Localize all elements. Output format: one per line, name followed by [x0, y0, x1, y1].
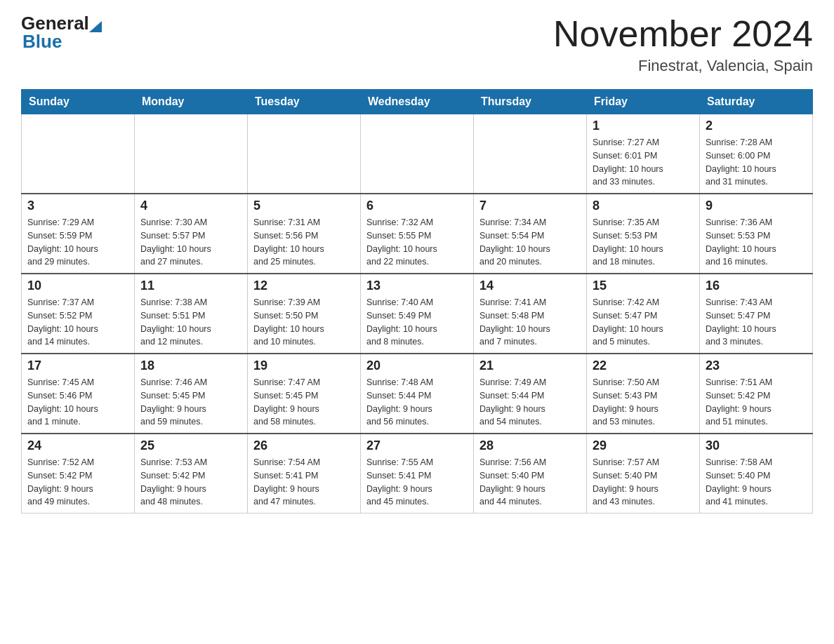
day-number: 7	[479, 199, 581, 213]
day-sun-info: Sunrise: 7:48 AMSunset: 5:44 PMDaylight:…	[366, 376, 468, 429]
calendar-day-cell: 18Sunrise: 7:46 AMSunset: 5:45 PMDayligh…	[135, 354, 248, 434]
calendar-day-cell: 27Sunrise: 7:55 AMSunset: 5:41 PMDayligh…	[361, 434, 474, 514]
calendar-day-cell: 9Sunrise: 7:36 AMSunset: 5:53 PMDaylight…	[700, 194, 813, 274]
calendar-week-row: 17Sunrise: 7:45 AMSunset: 5:46 PMDayligh…	[22, 354, 813, 434]
col-friday: Friday	[587, 90, 700, 114]
day-sun-info: Sunrise: 7:45 AMSunset: 5:46 PMDaylight:…	[27, 376, 128, 429]
calendar-day-cell: 26Sunrise: 7:54 AMSunset: 5:41 PMDayligh…	[248, 434, 361, 514]
col-monday: Monday	[135, 90, 248, 114]
calendar-day-cell: 25Sunrise: 7:53 AMSunset: 5:42 PMDayligh…	[135, 434, 248, 514]
day-sun-info: Sunrise: 7:38 AMSunset: 5:51 PMDaylight:…	[140, 296, 241, 349]
calendar-week-row: 1Sunrise: 7:27 AMSunset: 6:01 PMDaylight…	[22, 114, 813, 194]
day-number: 27	[366, 438, 468, 453]
calendar-week-row: 3Sunrise: 7:29 AMSunset: 5:59 PMDaylight…	[22, 194, 813, 274]
day-number: 18	[140, 358, 241, 373]
month-year-title: November 2024	[553, 14, 813, 54]
col-sunday: Sunday	[22, 90, 135, 114]
calendar-day-cell: 22Sunrise: 7:50 AMSunset: 5:43 PMDayligh…	[587, 354, 700, 434]
calendar-day-cell: 11Sunrise: 7:38 AMSunset: 5:51 PMDayligh…	[135, 274, 248, 354]
day-number: 25	[140, 438, 241, 453]
logo: General Blue	[21, 14, 102, 51]
day-number: 2	[706, 119, 807, 133]
day-sun-info: Sunrise: 7:39 AMSunset: 5:50 PMDaylight:…	[253, 296, 355, 349]
calendar-day-cell: 4Sunrise: 7:30 AMSunset: 5:57 PMDaylight…	[135, 194, 248, 274]
calendar-week-row: 24Sunrise: 7:52 AMSunset: 5:42 PMDayligh…	[22, 434, 813, 514]
day-sun-info: Sunrise: 7:31 AMSunset: 5:56 PMDaylight:…	[253, 216, 355, 269]
day-sun-info: Sunrise: 7:58 AMSunset: 5:40 PMDaylight:…	[706, 456, 807, 509]
day-sun-info: Sunrise: 7:30 AMSunset: 5:57 PMDaylight:…	[140, 216, 241, 269]
day-sun-info: Sunrise: 7:41 AMSunset: 5:48 PMDaylight:…	[479, 296, 581, 349]
day-number: 10	[27, 279, 128, 293]
title-section: November 2024 Finestrat, Valencia, Spain	[553, 14, 813, 75]
day-number: 6	[366, 199, 468, 213]
day-number: 23	[706, 358, 807, 373]
svg-marker-0	[89, 21, 102, 32]
day-number: 24	[27, 438, 128, 453]
calendar-day-cell: 1Sunrise: 7:27 AMSunset: 6:01 PMDaylight…	[587, 114, 700, 194]
calendar-day-cell: 6Sunrise: 7:32 AMSunset: 5:55 PMDaylight…	[361, 194, 474, 274]
calendar-day-cell: 3Sunrise: 7:29 AMSunset: 5:59 PMDaylight…	[22, 194, 135, 274]
day-sun-info: Sunrise: 7:27 AMSunset: 6:01 PMDaylight:…	[593, 136, 694, 189]
day-sun-info: Sunrise: 7:53 AMSunset: 5:42 PMDaylight:…	[140, 456, 241, 509]
day-sun-info: Sunrise: 7:28 AMSunset: 6:00 PMDaylight:…	[706, 136, 807, 189]
calendar-day-cell: 8Sunrise: 7:35 AMSunset: 5:53 PMDaylight…	[587, 194, 700, 274]
day-number: 29	[593, 438, 694, 453]
calendar-day-cell: 5Sunrise: 7:31 AMSunset: 5:56 PMDaylight…	[248, 194, 361, 274]
col-saturday: Saturday	[700, 90, 813, 114]
calendar-day-cell: 16Sunrise: 7:43 AMSunset: 5:47 PMDayligh…	[700, 274, 813, 354]
location-subtitle: Finestrat, Valencia, Spain	[553, 57, 813, 75]
day-sun-info: Sunrise: 7:46 AMSunset: 5:45 PMDaylight:…	[140, 376, 241, 429]
calendar-day-cell: 17Sunrise: 7:45 AMSunset: 5:46 PMDayligh…	[22, 354, 135, 434]
day-sun-info: Sunrise: 7:32 AMSunset: 5:55 PMDaylight:…	[366, 216, 468, 269]
calendar-day-cell: 13Sunrise: 7:40 AMSunset: 5:49 PMDayligh…	[361, 274, 474, 354]
day-sun-info: Sunrise: 7:40 AMSunset: 5:49 PMDaylight:…	[366, 296, 468, 349]
calendar-day-cell: 24Sunrise: 7:52 AMSunset: 5:42 PMDayligh…	[22, 434, 135, 514]
day-number: 11	[140, 279, 241, 293]
day-sun-info: Sunrise: 7:57 AMSunset: 5:40 PMDaylight:…	[593, 456, 694, 509]
day-number: 21	[479, 358, 581, 373]
day-sun-info: Sunrise: 7:55 AMSunset: 5:41 PMDaylight:…	[366, 456, 468, 509]
day-sun-info: Sunrise: 7:29 AMSunset: 5:59 PMDaylight:…	[27, 216, 128, 269]
calendar-table: Sunday Monday Tuesday Wednesday Thursday…	[21, 89, 813, 514]
day-sun-info: Sunrise: 7:37 AMSunset: 5:52 PMDaylight:…	[27, 296, 128, 349]
day-sun-info: Sunrise: 7:36 AMSunset: 5:53 PMDaylight:…	[706, 216, 807, 269]
day-sun-info: Sunrise: 7:35 AMSunset: 5:53 PMDaylight:…	[593, 216, 694, 269]
day-number: 3	[27, 199, 128, 213]
day-sun-info: Sunrise: 7:52 AMSunset: 5:42 PMDaylight:…	[27, 456, 128, 509]
header-row: Sunday Monday Tuesday Wednesday Thursday…	[22, 90, 813, 114]
col-wednesday: Wednesday	[361, 90, 474, 114]
calendar-day-cell: 19Sunrise: 7:47 AMSunset: 5:45 PMDayligh…	[248, 354, 361, 434]
calendar-day-cell: 15Sunrise: 7:42 AMSunset: 5:47 PMDayligh…	[587, 274, 700, 354]
logo-icon-wrap	[89, 18, 102, 32]
day-sun-info: Sunrise: 7:49 AMSunset: 5:44 PMDaylight:…	[479, 376, 581, 429]
calendar-day-cell: 29Sunrise: 7:57 AMSunset: 5:40 PMDayligh…	[587, 434, 700, 514]
day-sun-info: Sunrise: 7:54 AMSunset: 5:41 PMDaylight:…	[253, 456, 355, 509]
calendar-day-cell: 30Sunrise: 7:58 AMSunset: 5:40 PMDayligh…	[700, 434, 813, 514]
day-number: 19	[253, 358, 355, 373]
day-number: 30	[706, 438, 807, 453]
page-header: General Blue November 2024 Finestrat, Va…	[21, 14, 813, 75]
calendar-day-cell: 14Sunrise: 7:41 AMSunset: 5:48 PMDayligh…	[474, 274, 587, 354]
calendar-day-cell: 21Sunrise: 7:49 AMSunset: 5:44 PMDayligh…	[474, 354, 587, 434]
day-sun-info: Sunrise: 7:42 AMSunset: 5:47 PMDaylight:…	[593, 296, 694, 349]
day-sun-info: Sunrise: 7:51 AMSunset: 5:42 PMDaylight:…	[706, 376, 807, 429]
calendar-day-cell	[22, 114, 135, 194]
day-number: 17	[27, 358, 128, 373]
day-number: 15	[593, 279, 694, 293]
calendar-week-row: 10Sunrise: 7:37 AMSunset: 5:52 PMDayligh…	[22, 274, 813, 354]
calendar-day-cell: 2Sunrise: 7:28 AMSunset: 6:00 PMDaylight…	[700, 114, 813, 194]
day-number: 1	[593, 119, 694, 133]
day-sun-info: Sunrise: 7:47 AMSunset: 5:45 PMDaylight:…	[253, 376, 355, 429]
calendar-day-cell	[474, 114, 587, 194]
day-sun-info: Sunrise: 7:50 AMSunset: 5:43 PMDaylight:…	[593, 376, 694, 429]
calendar-day-cell: 10Sunrise: 7:37 AMSunset: 5:52 PMDayligh…	[22, 274, 135, 354]
day-number: 26	[253, 438, 355, 453]
calendar-day-cell: 20Sunrise: 7:48 AMSunset: 5:44 PMDayligh…	[361, 354, 474, 434]
col-thursday: Thursday	[474, 90, 587, 114]
day-number: 12	[253, 279, 355, 293]
day-sun-info: Sunrise: 7:56 AMSunset: 5:40 PMDaylight:…	[479, 456, 581, 509]
day-number: 20	[366, 358, 468, 373]
day-number: 5	[253, 199, 355, 213]
calendar-day-cell: 28Sunrise: 7:56 AMSunset: 5:40 PMDayligh…	[474, 434, 587, 514]
calendar-day-cell	[361, 114, 474, 194]
